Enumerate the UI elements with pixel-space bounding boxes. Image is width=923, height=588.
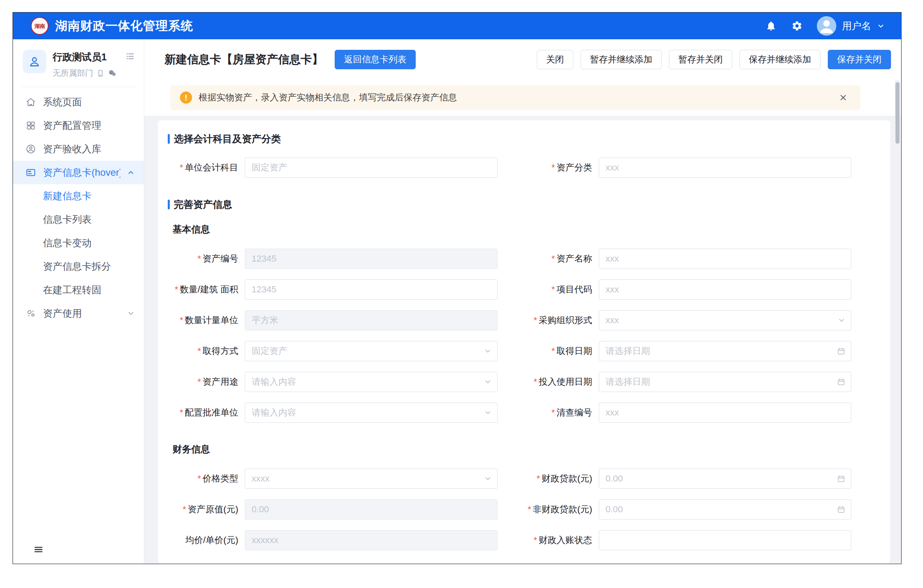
brand: 湖南 湖南财政一体化管理系统: [31, 17, 193, 35]
unit-account-subject-input[interactable]: [245, 158, 498, 178]
collapse-menu-icon[interactable]: [33, 544, 44, 555]
procurement-form-field: *采购组织形式: [522, 310, 852, 330]
fiscal-loan-input[interactable]: [599, 469, 852, 489]
sidebar-item-asset-info-card[interactable]: 资产信息卡(hover): [13, 161, 144, 184]
commissioning-date-input[interactable]: [599, 372, 852, 392]
field-label: 资产分类: [557, 162, 592, 173]
required-mark: *: [534, 315, 537, 325]
field-label: 非财政贷款(元): [533, 504, 592, 514]
sidebar-item-asset-config[interactable]: 资产配置管理: [13, 114, 144, 137]
original-value-input[interactable]: [245, 499, 498, 520]
unit-price-field: 均价/单价(元): [168, 530, 498, 550]
sidebar-subitem-card-split[interactable]: 资产信息卡拆分: [13, 255, 144, 278]
sidebar: 行政测试员1 无所属部门 系统页面: [13, 39, 144, 564]
asset-usage-select[interactable]: [245, 372, 498, 392]
chevron-up-icon: [127, 168, 135, 177]
banner-area: ! 根据实物资产，录入资产实物相关信息，填写完成后保存资产信息: [144, 80, 901, 116]
field-label: 资产原值(元): [188, 504, 238, 514]
user-circle-icon: [25, 143, 36, 155]
save-continue-button[interactable]: 保存并继续添加: [739, 50, 820, 69]
procurement-form-select[interactable]: [599, 310, 852, 330]
save-close-button[interactable]: 保存并关闭: [828, 50, 891, 69]
main-content: 新建信息卡【房屋资产信息卡】 返回信息卡列表 关闭 暂存并继续添加 暂存并关闭 …: [144, 39, 901, 564]
gear-icon[interactable]: [791, 20, 803, 32]
inventory-number-input[interactable]: [599, 403, 852, 423]
field-label: 取得日期: [557, 346, 592, 356]
acquisition-date-input[interactable]: [599, 341, 852, 361]
field-label: 均价/单价(元): [185, 535, 238, 545]
scrollbar-thumb[interactable]: [895, 82, 899, 144]
app-logo-icon: 湖南: [31, 17, 49, 35]
acquisition-method-field: *取得方式: [168, 341, 498, 361]
scrollbar-track: [895, 80, 900, 564]
section-title-complete: 完善资产信息: [168, 198, 851, 211]
quantity-unit-field: *数量计量单位: [168, 310, 498, 330]
sidebar-subitem-new-card[interactable]: 新建信息卡: [13, 184, 144, 208]
temp-save-continue-button[interactable]: 暂存并继续添加: [581, 50, 662, 69]
dots-icon: [25, 308, 36, 319]
close-icon[interactable]: [837, 92, 849, 104]
non-fiscal-loan-field: *非财政贷款(元): [522, 499, 852, 520]
original-value-field: *资产原值(元): [168, 499, 498, 520]
sidebar-nav: 系统页面 资产配置管理 资产验收入库: [13, 90, 144, 325]
required-mark: *: [551, 407, 555, 418]
unit-price-input[interactable]: [245, 530, 498, 550]
subsection-title-finance: 财务信息: [173, 443, 851, 456]
chevron-down-icon: [877, 22, 885, 30]
sidebar-subitem-card-change[interactable]: 信息卡变动: [13, 231, 144, 255]
quantity-area-input[interactable]: [245, 279, 498, 300]
subsection-title-basic: 基本信息: [173, 223, 851, 236]
temp-save-close-button[interactable]: 暂存并关闭: [669, 50, 732, 69]
back-to-list-button[interactable]: 返回信息卡列表: [335, 50, 416, 69]
price-type-select[interactable]: [245, 469, 498, 489]
sidebar-subitem-cip-transfer[interactable]: 在建工程转固: [13, 278, 144, 302]
field-label: 资产用途: [203, 377, 238, 387]
content-scroll: ! 根据实物资产，录入资产实物相关信息，填写完成后保存资产信息 选择会计科目及资…: [144, 80, 901, 564]
field-label: 财政贷款(元): [542, 473, 592, 484]
topbar-right: 用户名: [765, 16, 885, 36]
field-label: 单位会计科目: [185, 162, 238, 173]
sidebar-item-asset-acceptance[interactable]: 资产验收入库: [13, 137, 144, 161]
asset-category-input[interactable]: [599, 158, 852, 178]
asset-number-input[interactable]: [245, 249, 498, 269]
required-mark: *: [536, 473, 540, 484]
required-mark: *: [179, 407, 183, 418]
required-mark: *: [528, 504, 531, 514]
required-mark: *: [197, 254, 201, 264]
non-fiscal-loan-input[interactable]: [599, 499, 852, 520]
form-card: 选择会计科目及资产分类 *单位会计科目 *资产分类: [158, 120, 890, 564]
approval-unit-select[interactable]: [245, 403, 498, 423]
required-mark: *: [551, 346, 555, 356]
asset-category-field: *资产分类: [522, 158, 852, 178]
project-code-input[interactable]: [599, 279, 852, 300]
quantity-unit-input[interactable]: [245, 310, 498, 330]
acquisition-date-field: *取得日期: [522, 341, 852, 361]
inventory-number-field: *清查编号: [522, 403, 852, 423]
phone-icon: [96, 69, 105, 77]
unit-account-subject-field: *单位会计科目: [168, 158, 498, 178]
approval-unit-field: *配置批准单位: [168, 403, 498, 423]
sidebar-subitem-card-list[interactable]: 信息卡列表: [13, 208, 144, 231]
required-mark: *: [551, 284, 555, 294]
field-label: 配置批准单位: [185, 407, 238, 418]
commissioning-date-field: *投入使用日期: [522, 372, 852, 392]
field-label: 资产编号: [203, 254, 238, 264]
field-label: 取得方式: [203, 346, 238, 356]
required-mark: *: [175, 284, 178, 294]
required-mark: *: [551, 162, 555, 173]
list-icon[interactable]: [125, 51, 135, 63]
acquisition-method-select[interactable]: [245, 341, 498, 361]
fiscal-entry-status-input[interactable]: [599, 530, 852, 550]
fiscal-entry-status-field: *财政入账状态: [522, 530, 852, 550]
field-label: 价格类型: [203, 473, 238, 484]
profile-department: 无所属部门: [53, 68, 93, 79]
profile-card: 行政测试员1 无所属部门: [13, 39, 144, 86]
user-menu[interactable]: 用户名: [817, 16, 885, 36]
bell-icon[interactable]: [765, 20, 777, 32]
asset-name-input[interactable]: [599, 249, 852, 269]
close-button[interactable]: 关闭: [537, 50, 573, 69]
required-mark: *: [534, 377, 537, 387]
sidebar-item-asset-usage[interactable]: 资产使用: [13, 302, 144, 325]
sidebar-item-system-page[interactable]: 系统页面: [13, 90, 144, 114]
field-label: 清查编号: [557, 407, 592, 418]
